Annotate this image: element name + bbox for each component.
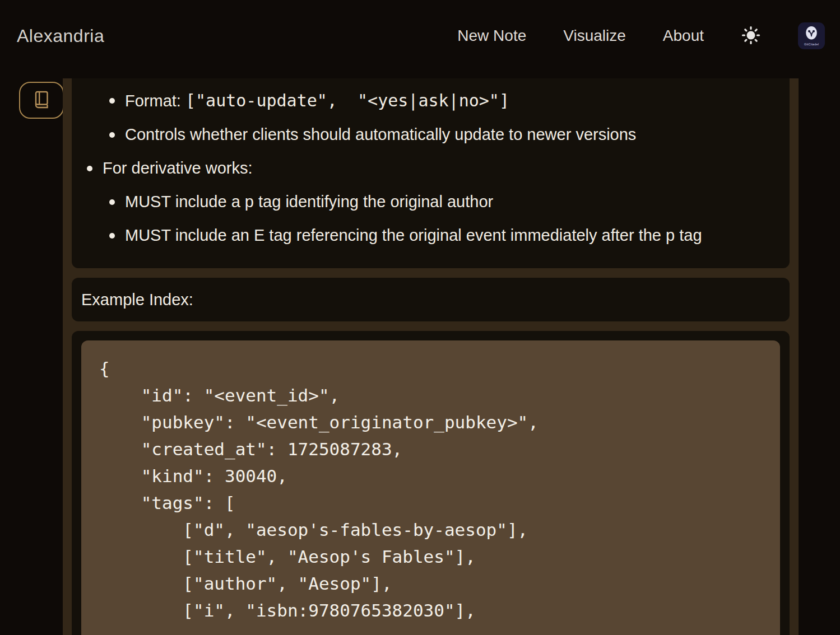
format-code: ["auto-update", "<yes|ask|no>"] — [185, 91, 509, 110]
list-item-derivative: For derivative works: MUST include a p t… — [103, 156, 780, 248]
spec-section-card: Format: ["auto-update", "<yes|ask|no>"] … — [72, 78, 790, 268]
list-item-format: Format: ["auto-update", "<yes|ask|no>"] — [125, 88, 780, 113]
code-example-card: { "id": "<event_id>", "pubkey": "<event_… — [72, 331, 790, 635]
example-index-heading: Example Index: — [81, 290, 780, 309]
json-code-block: { "id": "<event_id>", "pubkey": "<event_… — [81, 340, 780, 635]
spec-sublist-top: Format: ["auto-update", "<yes|ask|no>"] … — [81, 88, 780, 147]
top-navbar: Alexandria New Note Visualize About — [0, 0, 840, 72]
derivative-sublist: MUST include a p tag identifying the ori… — [103, 190, 780, 248]
format-label: Format: — [125, 92, 185, 110]
toc-sidebar-toggle-button[interactable] — [19, 82, 64, 119]
sun-icon — [741, 25, 761, 47]
spec-list: For derivative works: MUST include a p t… — [81, 156, 780, 248]
gitcitadel-logo-label: GitCitadel — [804, 43, 819, 46]
document-scroll-area[interactable]: Format: ["auto-update", "<yes|ask|no>"] … — [63, 78, 799, 635]
list-item-must-e: MUST include an E tag referencing the or… — [125, 223, 780, 248]
book-icon — [33, 91, 50, 110]
list-item-controls: Controls whether clients should automati… — [125, 123, 780, 147]
list-item-must-p: MUST include a p tag identifying the ori… — [125, 190, 780, 214]
example-index-card: Example Index: — [72, 278, 790, 321]
theme-toggle-button[interactable] — [741, 25, 761, 47]
main-nav: New Note Visualize About — [457, 22, 825, 49]
gitcitadel-logo-button[interactable]: GitCitadel — [798, 22, 825, 49]
nav-new-note[interactable]: New Note — [457, 27, 526, 45]
gitcitadel-shield-icon — [805, 26, 818, 42]
nav-about[interactable]: About — [663, 27, 704, 45]
json-code-text: { "id": "<event_id>", "pubkey": "<event_… — [99, 355, 762, 624]
app-title: Alexandria — [17, 26, 104, 46]
nav-visualize[interactable]: Visualize — [563, 27, 626, 45]
derivative-label: For derivative works: — [103, 159, 253, 177]
